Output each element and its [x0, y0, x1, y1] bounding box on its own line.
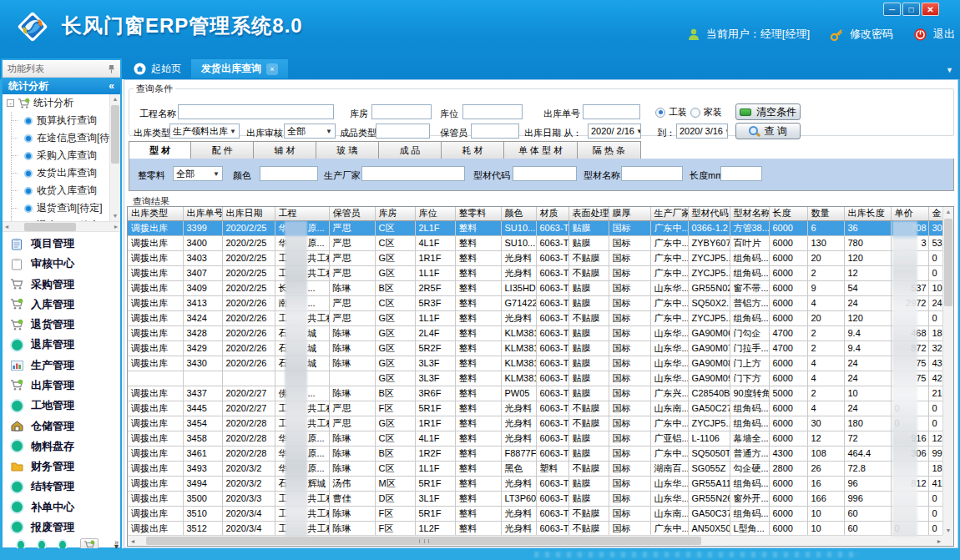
part-select[interactable]: 全部▼ [173, 166, 223, 181]
scroll-left-icon[interactable]: ◄ [128, 536, 138, 546]
table-row[interactable]: 调拨出库34942020/3/2石辉城汤伟M区5R1F整料光身料6063-T5贴… [128, 476, 942, 491]
table-row[interactable]: 调拨出库34932020/3/2华原...陈琳C区1L1F整料黑色塑料不贴膜国标… [128, 461, 942, 476]
material-tab-0[interactable]: 型 材 [129, 141, 191, 159]
sidebar-item-补单中心[interactable]: 补单中心 [3, 500, 120, 515]
date-from-select[interactable]: 2020/ 2/16▼ [588, 124, 641, 139]
search-button[interactable]: 查 询 [735, 123, 801, 139]
logout-button[interactable]: 退出 [933, 27, 955, 42]
sidebar-item-仓储管理[interactable]: 仓储管理 [3, 419, 120, 434]
table-row[interactable]: 调拨出库34582020/2/28华原...陈琳C区4L1F整料光身料6063-… [128, 431, 942, 446]
column-header[interactable]: 数量 [807, 207, 844, 220]
column-header[interactable]: 保管员 [329, 207, 375, 220]
material-tab-4[interactable]: 成 品 [379, 141, 442, 159]
collapse-icon[interactable]: « [109, 80, 114, 92]
table-row[interactable]: 调拨出库35122020/3/4工共工程陈琳F区1L2F整料光身料6063-T5… [128, 521, 942, 536]
table-row[interactable]: 调拨出库34092020/2/25长...陈琳B区2R5F整料LI35HD606… [128, 280, 942, 295]
sidebar-item-工地管理[interactable]: 工地管理 [3, 398, 120, 413]
sidebar-item-物料盘存[interactable]: 物料盘存 [3, 439, 120, 454]
column-header[interactable]: 单价 [891, 207, 928, 220]
scroll-up-icon[interactable]: ▲ [943, 207, 953, 217]
sidebar-item-项目管理[interactable]: 项目管理 [3, 236, 120, 251]
table-row[interactable]: 调拨出库33992020/2/25华原...严思C区2L1F整料SU10...6… [128, 220, 942, 235]
maximize-button[interactable]: □ [902, 3, 920, 16]
radio-home[interactable]: 家装 [690, 106, 722, 119]
column-header[interactable]: 表面处理 [568, 207, 609, 220]
scroll-right-icon[interactable]: ► [112, 222, 120, 232]
column-header[interactable]: 膜厚 [609, 207, 650, 220]
pin-icon[interactable] [108, 64, 115, 73]
tree-root-item[interactable]: - 统计分析 [3, 94, 109, 112]
column-header[interactable]: 出库类型 [128, 207, 183, 220]
code-input[interactable] [513, 166, 577, 181]
warehouse-input[interactable] [371, 104, 432, 119]
tree-item[interactable]: 预算执行查询 [3, 112, 109, 129]
table-row[interactable]: 调拨出库34072020/2/25工共工程严思G区1L1F整料光身料6063-T… [128, 265, 942, 280]
change-password-link[interactable]: 修改密码 [850, 27, 893, 42]
column-header[interactable]: 材质 [536, 207, 568, 220]
column-header[interactable]: 长度 [769, 207, 807, 220]
material-tab-7[interactable]: 隔 热 条 [578, 141, 641, 159]
sidebar-item-结转管理[interactable]: 结转管理 [3, 479, 120, 494]
sidebar-item-财务管理[interactable]: 财务管理 [3, 459, 120, 474]
minimize-button[interactable]: ─ [883, 3, 901, 16]
scroll-down-icon[interactable]: ▼ [110, 211, 120, 221]
column-header[interactable]: 整零料 [455, 207, 501, 220]
column-header[interactable]: 型材代码 [688, 207, 730, 220]
out-audit-select[interactable]: 全部▼ [284, 124, 336, 139]
grid-horizontal-scrollbar[interactable]: ◄ ► [128, 535, 944, 546]
column-header[interactable]: 生产厂家 [650, 207, 688, 220]
scroll-left-icon[interactable]: ◄ [3, 222, 11, 232]
out-type-select[interactable]: 生产领料出库▼ [169, 124, 240, 139]
grid-vertical-scrollbar[interactable]: ▲ ▼ [942, 207, 953, 536]
table-row[interactable]: 调拨出库34612020/2/28华原...陈琳B区1R2F整料F8877FT6… [128, 446, 942, 461]
sidebar-item-退货管理[interactable]: 退货管理 [3, 317, 120, 332]
order-no-input[interactable] [583, 104, 640, 119]
close-button[interactable]: ✕ [922, 3, 939, 16]
table-row[interactable]: 调拨出库34542020/2/28工共工程严思G区1R1F整料光身料6063-T… [128, 416, 942, 431]
product-type-input[interactable] [376, 124, 430, 139]
location-input[interactable] [462, 104, 523, 119]
clear-conditions-button[interactable]: 清空条件 [735, 103, 801, 120]
column-header[interactable]: 出库单号 [183, 207, 222, 220]
table-row[interactable]: 调拨出库34242020/2/26工共工程严思G区1L1F整料光身料6063-T… [128, 310, 942, 325]
column-header[interactable]: 出库长度 [844, 207, 891, 220]
table-row[interactable]: 调拨出库34282020/2/26石城陈琳G区2L4F整料KLM38176063… [128, 325, 942, 341]
table-row[interactable]: 调拨出库34292020/2/26石城陈琳G区5R2F整料KLM38176063… [128, 341, 942, 356]
column-header[interactable]: 库房 [375, 207, 415, 220]
sidebar-item-入库管理[interactable]: 入库管理 [3, 297, 120, 312]
column-header[interactable]: 颜色 [501, 207, 536, 220]
table-row[interactable]: 调拨出库34452020/2/27工共工程严思F区5R1F整料光身料6063-T… [128, 401, 942, 416]
tab-shipping-outbound-query[interactable]: 发货出库查询 × [191, 59, 288, 78]
sidebar-item-采购管理[interactable]: 采购管理 [3, 277, 120, 292]
table-row[interactable]: 调拨出库34002020/2/25华原...严思C区4L1F整料SU10...6… [128, 235, 942, 250]
tab-list-dropdown-icon[interactable]: ▼ [946, 66, 953, 74]
column-header[interactable]: 库位 [415, 207, 455, 220]
column-header[interactable]: 型材名称 [730, 207, 769, 220]
sidebar-item-报废管理[interactable]: 报废管理 [3, 520, 120, 535]
column-header[interactable]: 金 [928, 207, 942, 220]
length-input[interactable] [720, 166, 762, 181]
column-header[interactable]: 工程 [275, 207, 329, 220]
manufacturer-input[interactable] [361, 166, 465, 181]
tab-close-icon[interactable]: × [266, 63, 278, 75]
radio-work[interactable]: 工装 [655, 106, 687, 119]
tree-item[interactable]: 在途信息查询[待 [3, 129, 109, 147]
sidebar-item-出库管理[interactable]: 出库管理 [3, 378, 120, 393]
scroll-up-icon[interactable]: ▲ [110, 94, 120, 104]
name-input[interactable] [621, 166, 683, 181]
material-tab-6[interactable]: 单 体 型 材 [504, 141, 578, 159]
tab-home[interactable]: 起始页 [124, 59, 191, 78]
table-row[interactable]: 调拨出库35102020/3/4工共工程陈琳F区5R1F整料光身料6063-T5… [128, 506, 942, 521]
table-row[interactable]: 调拨出库34372020/2/27佛...陈琳B区3R6F整料PW056063-… [128, 386, 942, 401]
material-tab-3[interactable]: 玻 璃 [316, 141, 379, 159]
date-to-select[interactable]: 2020/ 3/16▼ [676, 124, 728, 139]
table-row[interactable]: G区3L3F整料KLM38176063-T5贴膜国标山东华...GA90M09.… [128, 371, 942, 386]
table-row[interactable]: 调拨出库34032020/2/25工共工程严思G区1R1F整料光身料6063-T… [128, 250, 942, 265]
material-tab-2[interactable]: 辅 材 [254, 141, 316, 159]
tree-item[interactable]: 采购入库查询 [3, 147, 109, 164]
tree-item[interactable]: 收货入库查询 [3, 182, 109, 199]
tree-expander-icon[interactable]: - [7, 99, 14, 107]
sidebar-item-生产管理[interactable]: 生产管理 [3, 358, 120, 373]
tree-vertical-scrollbar[interactable]: ▲ ▼ [109, 94, 120, 221]
table-row[interactable]: 调拨出库35002020/3/3工共工程曹佳D区3L1F整料LT3P606063… [128, 491, 942, 506]
